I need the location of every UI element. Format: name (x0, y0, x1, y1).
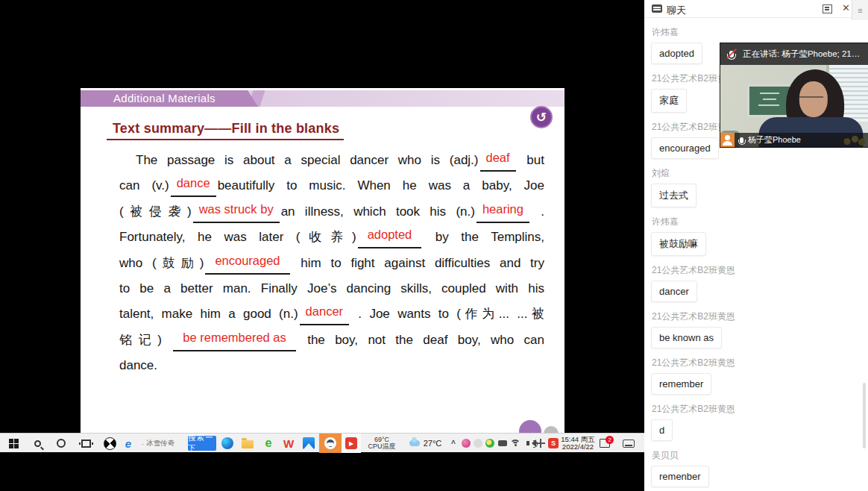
speaker-name: 杨子莹Phoebe (748, 134, 801, 146)
tray-chevron-icon[interactable]: ^ (449, 434, 458, 453)
blank-answer: dancer (306, 304, 343, 318)
meeting-app-icon[interactable] (319, 434, 342, 453)
text-segment: by the Templins, (423, 230, 544, 244)
edge-browser-icon[interactable] (220, 434, 235, 453)
text-segment: to be a better man. Finally Joe’s dancin… (119, 281, 544, 295)
volume-icon[interactable] (521, 434, 535, 453)
return-icon: ↺ (536, 110, 547, 125)
chat-scrollbar[interactable] (863, 383, 866, 448)
notification-badge: 2 (606, 436, 614, 444)
text-segment: Fortunately, he was later (收养) (119, 230, 356, 244)
touch-keyboard-icon[interactable] (620, 434, 637, 453)
photos-app-icon[interactable] (301, 434, 316, 453)
chat-message-bubble: be known as (651, 327, 722, 348)
text-segment: . Joe wants to (作为... ...被 (350, 307, 544, 321)
blank-answer: be remembered as (183, 331, 286, 344)
ie-browser-icon[interactable]: e (261, 434, 276, 453)
chat-sender-name: 吴贝贝 (652, 449, 868, 462)
edge-ad-text[interactable]: · 冰雪传奇 (135, 434, 181, 453)
cpu-temp-label: CPU温度 (368, 443, 395, 451)
chat-sender-name: 21公共艺术B2班黄恩 (652, 403, 868, 416)
wifi-icon[interactable] (509, 434, 521, 453)
speaker-glasses (799, 96, 823, 100)
sogou-ime-icon[interactable]: S (547, 434, 560, 453)
slide-text-line: (被侵袭)was struck byan illness, which took… (119, 201, 544, 226)
presentation-slide: Additional Materials ↺ Text summary——Fil… (81, 88, 564, 433)
slide-banner-title: Additional Materials (113, 90, 216, 107)
text-segment: (被侵袭) (119, 204, 192, 219)
slide-text-line: talent, make him a good (n.)dancer . Joe… (119, 303, 544, 328)
ime-move-icon[interactable] (535, 434, 547, 453)
blank-answer: adopted (368, 228, 412, 241)
slide-body: The passage is about a special dancer wh… (119, 149, 544, 381)
task-view-icon[interactable] (78, 434, 94, 453)
text-segment: beautifully to music. When he was a baby… (218, 178, 544, 193)
speaker-video-window[interactable]: 正在讲话: 杨子莹Phoebe; 21公... 杨子莹Phoebe (720, 43, 868, 147)
tray-app2-icon[interactable] (472, 434, 484, 453)
text-segment: an illness, which took his (n.) (281, 204, 475, 219)
chat-sender-name: 刘煊 (652, 167, 868, 180)
slide-text-line: can (v.)dancebeautifully to music. When … (119, 175, 544, 200)
text-segment: the boy, not the deaf boy, who can (298, 333, 544, 347)
slide-text-line: dance. (119, 354, 544, 380)
text-segment: The passage is about a special dancer wh… (136, 153, 479, 167)
slide-text-line: Fortunately, he was later (收养)adopted by… (119, 226, 544, 251)
slide-text-line: The passage is about a special dancer wh… (119, 149, 544, 175)
panel-grip-icon[interactable]: ≡ (852, 0, 868, 20)
text-segment: . (531, 204, 544, 219)
chat-sender-name: 许炜嘉 (652, 216, 868, 228)
chat-message-bubble: encouraged (651, 137, 719, 159)
blank-answer: deaf (486, 151, 510, 164)
blank-answer: was struck by (199, 202, 274, 216)
slide-return-button[interactable]: ↺ (530, 106, 553, 128)
blank-answer: hearing (482, 202, 523, 216)
text-segment: him to fight against difficulties and tr… (292, 256, 544, 270)
text-segment: who (鼓励) (119, 256, 204, 270)
member-icon (720, 133, 735, 147)
chat-panel-title: 聊天 (667, 4, 686, 17)
wps-office-icon[interactable]: W (281, 434, 296, 453)
chat-sender-name: 21公共艺术B2班黄恩 (652, 357, 868, 369)
text-segment: 铭记) (119, 333, 172, 347)
file-explorer-icon[interactable] (240, 434, 255, 453)
close-icon[interactable]: ✕ (842, 2, 850, 13)
meeting-app-window: Additional Materials ↺ Text summary——Fil… (0, 0, 868, 491)
blank-underline: was struck by (193, 201, 280, 223)
cpu-temp-widget[interactable]: 69°C CPU温度 (363, 434, 400, 453)
chat-sender-name: 许炜嘉 (652, 26, 868, 39)
blank-underline: hearing (477, 201, 529, 223)
blank-underline: encouraged (205, 253, 289, 275)
popout-icon[interactable] (823, 4, 832, 13)
search-now-button[interactable]: 搜索一下 (188, 434, 216, 453)
video-app-icon[interactable]: ▶ (342, 434, 361, 453)
chat-message-bubble: remenber (651, 466, 709, 487)
chat-message-bubble: 家庭 (651, 89, 687, 113)
windows-start-icon[interactable] (6, 434, 21, 453)
pinwheel-app-icon[interactable] (102, 434, 117, 453)
chat-message-bubble: adopted (651, 43, 702, 64)
blank-answer: encouraged (215, 254, 280, 267)
mic-icon (740, 137, 743, 143)
search-icon[interactable] (30, 434, 45, 453)
tray-recorder-icon[interactable] (496, 434, 509, 453)
action-center-icon[interactable]: 2 (597, 434, 613, 453)
chat-message-bubble: remember (651, 373, 711, 395)
weather-temp[interactable]: 27°C (422, 434, 443, 453)
edge-ad-icon[interactable]: e (123, 434, 133, 453)
screen-share-area: Additional Materials ↺ Text summary——Fil… (0, 0, 644, 491)
tray-360-icon[interactable] (484, 434, 496, 453)
slide-banner: Additional Materials (81, 90, 564, 107)
slide-text-line: to be a better man. Finally Joe’s dancin… (119, 278, 544, 303)
text-segment: but (518, 153, 544, 167)
chat-header: 聊天 ✕ ≡ (644, 0, 868, 18)
blank-underline: dancer (300, 304, 349, 325)
windows-taskbar: e · 冰雪传奇 搜索一下 e W ▶ 69°C CPU温度 27°C ^ (0, 433, 644, 452)
slide-text-line: 铭记) be remembered as the boy, not the de… (119, 329, 544, 354)
cortana-icon[interactable] (54, 434, 69, 453)
taskbar-clock[interactable]: 15:44 周五 2022/4/22 (561, 434, 595, 453)
tray-app1-icon[interactable] (460, 434, 472, 453)
chat-message-bubble: 被鼓励嘛 (651, 232, 706, 256)
speaker-video-feed: 杨子莹Phoebe (720, 65, 868, 147)
chat-sender-name: 21公共艺术B2班黄恩 (652, 310, 868, 323)
weather-icon[interactable] (409, 434, 421, 453)
